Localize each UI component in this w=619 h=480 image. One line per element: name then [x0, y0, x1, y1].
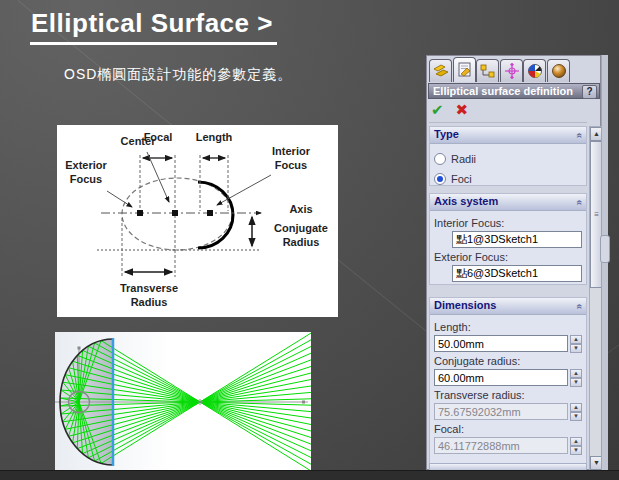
section-dimensions-header[interactable]: Dimensions «: [430, 298, 586, 315]
help-button[interactable]: ?: [582, 85, 597, 99]
move-crosshair-icon: [503, 63, 521, 79]
spin-down-icon[interactable]: ▼: [570, 412, 582, 421]
panel-splitter[interactable]: [601, 55, 608, 470]
property-manager-panel: Elliptical surface definition ? ✔ ✖ Type…: [426, 55, 601, 470]
interior-focus-label: Interior Focus:: [434, 217, 582, 229]
conjugate-radius-spinner[interactable]: ▲▼: [570, 369, 582, 386]
tab-move[interactable]: [500, 59, 523, 82]
ok-button[interactable]: ✔: [431, 101, 451, 119]
section-type-header[interactable]: Type «: [430, 127, 586, 144]
ray-trace-figure: [55, 332, 311, 473]
slide-bottom-bar: [0, 470, 619, 480]
collapse-chevron-icon[interactable]: «: [573, 133, 588, 139]
section-dimensions-title: Dimensions: [434, 299, 496, 311]
length-label: Length:: [434, 321, 582, 333]
section-axis-header[interactable]: Axis system «: [430, 194, 586, 211]
spin-down-icon[interactable]: ▼: [570, 344, 582, 353]
focal-spinner[interactable]: ▲▼: [570, 437, 582, 454]
length-field[interactable]: [434, 335, 568, 352]
label-conjugate-radius: Conjugate Radius: [265, 222, 337, 250]
conjugate-radius-field[interactable]: [434, 369, 568, 386]
collapse-chevron-icon[interactable]: «: [573, 200, 588, 206]
transverse-radius-field: [434, 403, 568, 420]
interior-focus-field[interactable]: [452, 231, 582, 248]
panel-title-bar: Elliptical surface definition ?: [428, 83, 600, 99]
configuration-ball-icon: [526, 63, 544, 79]
radio-row-foci[interactable]: Foci: [434, 170, 582, 187]
label-transverse-radius: Transverse Radius: [113, 282, 185, 310]
splitter-handle[interactable]: [600, 235, 610, 263]
appearance-sphere-icon: [550, 63, 568, 79]
subtitle: OSD橢圓面設計功能的參數定義。: [64, 66, 292, 84]
panel-tab-bar: [427, 56, 602, 82]
transverse-radius-spinner[interactable]: ▲▼: [570, 403, 582, 420]
tab-appearance[interactable]: [547, 59, 570, 82]
spin-up-icon[interactable]: ▲: [570, 335, 582, 344]
radio-foci-label: Foci: [451, 173, 472, 185]
label-axis: Axis: [279, 203, 323, 217]
slide: Elliptical Surface > OSD橢圓面設計功能的參數定義。: [0, 0, 619, 480]
radio-radii-label: Radii: [451, 153, 476, 165]
length-spinner[interactable]: ▲▼: [570, 335, 582, 352]
divider: [429, 122, 587, 123]
collapse-chevron-icon[interactable]: «: [573, 304, 588, 310]
label-length: Length: [194, 131, 234, 145]
transverse-radius-label: Transverse radius:: [434, 389, 582, 401]
spin-down-icon[interactable]: ▼: [570, 446, 582, 455]
section-axis-title: Axis system: [434, 195, 498, 207]
spin-up-icon[interactable]: ▲: [570, 437, 582, 446]
ray-trace-svg: [55, 332, 311, 473]
section-type-title: Type: [434, 128, 459, 140]
ellipse-parameter-diagram: Center Focal Length Interior Focus Exter…: [57, 125, 338, 317]
radio-row-radii[interactable]: Radii: [434, 150, 582, 167]
tab-configurations[interactable]: [523, 59, 546, 82]
radio-foci[interactable]: [434, 173, 446, 185]
focal-field: [434, 437, 568, 454]
cancel-button[interactable]: ✖: [455, 101, 475, 119]
tab-surfaces[interactable]: [429, 59, 452, 82]
focal-label: Focal:: [434, 423, 582, 435]
label-focal: Focal: [140, 131, 176, 145]
label-exterior-focus: Exterior Focus: [57, 159, 115, 187]
spin-up-icon[interactable]: ▲: [570, 369, 582, 378]
section-axis-system: Axis system « Interior Focus: Exterior F…: [429, 193, 587, 285]
panel-actions: ✔ ✖: [431, 101, 475, 121]
page-title: Elliptical Surface >: [30, 8, 277, 45]
conjugate-radius-label: Conjugate radius:: [434, 355, 582, 367]
properties-icon: [456, 62, 474, 78]
tab-properties[interactable]: [453, 57, 476, 82]
panel-title: Elliptical surface definition: [433, 85, 573, 97]
design-tree-icon: [479, 63, 497, 79]
exterior-focus-label: Exterior Focus:: [434, 251, 582, 263]
radio-radii[interactable]: [434, 153, 446, 165]
exterior-focus-field[interactable]: [452, 265, 582, 282]
section-type: Type « Radii Foci: [429, 126, 587, 186]
surfaces-icon: [432, 63, 450, 79]
spin-down-icon[interactable]: ▼: [570, 378, 582, 387]
spin-up-icon[interactable]: ▲: [570, 403, 582, 412]
label-interior-focus: Interior Focus: [263, 145, 319, 173]
tab-design-tree[interactable]: [476, 59, 499, 82]
section-dimensions: Dimensions « Length: ▲▼ Conjugate radius…: [429, 297, 587, 471]
